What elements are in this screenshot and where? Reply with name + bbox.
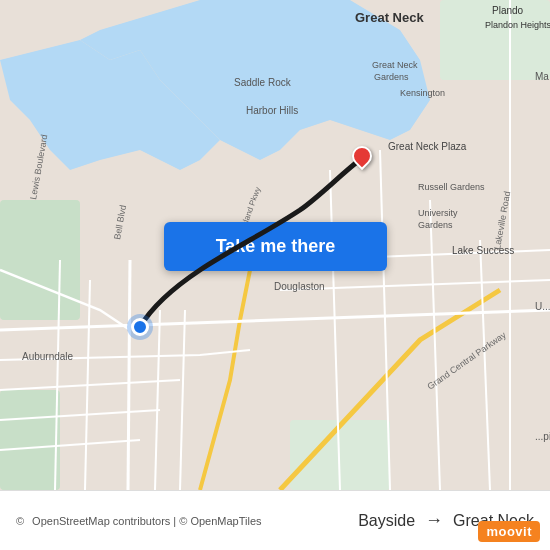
svg-text:Gardens: Gardens xyxy=(374,72,409,82)
origin-label: Bayside xyxy=(358,512,415,530)
svg-text:Ma: Ma xyxy=(535,71,549,82)
map-container: Great Neck Plando Plandon Heights Saddle… xyxy=(0,0,550,490)
svg-text:Harbor Hills: Harbor Hills xyxy=(246,105,298,116)
take-me-there-button[interactable]: Take me there xyxy=(164,222,387,271)
svg-text:U...: U... xyxy=(535,301,550,312)
svg-text:Gardens: Gardens xyxy=(418,220,453,230)
moovit-label: moovit xyxy=(478,521,540,542)
osm-attribution: OpenStreetMap contributors | © OpenMapTi… xyxy=(32,515,261,527)
arrow-icon: → xyxy=(425,510,443,531)
svg-text:...pike: ...pike xyxy=(535,431,550,442)
copyright-symbol: © xyxy=(16,515,24,527)
moovit-logo: moovit xyxy=(478,521,540,542)
svg-text:Great Neck: Great Neck xyxy=(372,60,418,70)
svg-text:Russell Gardens: Russell Gardens xyxy=(418,182,485,192)
bottom-bar: © OpenStreetMap contributors | © OpenMap… xyxy=(0,490,550,550)
svg-text:Great Neck: Great Neck xyxy=(355,10,424,25)
svg-text:University: University xyxy=(418,208,458,218)
destination-pin xyxy=(352,146,372,166)
svg-rect-1 xyxy=(0,200,80,320)
svg-text:Plandon Heights: Plandon Heights xyxy=(485,20,550,30)
attribution-area: © OpenStreetMap contributors | © OpenMap… xyxy=(16,515,262,527)
current-location-dot xyxy=(131,318,149,336)
svg-text:Great Neck Plaza: Great Neck Plaza xyxy=(388,141,467,152)
svg-text:Kensington: Kensington xyxy=(400,88,445,98)
svg-text:Auburndale: Auburndale xyxy=(22,351,74,362)
svg-rect-3 xyxy=(0,390,60,490)
svg-text:Douglaston: Douglaston xyxy=(274,281,325,292)
svg-text:Saddle Rock: Saddle Rock xyxy=(234,77,292,88)
svg-text:Plando: Plando xyxy=(492,5,524,16)
svg-text:Lake Success: Lake Success xyxy=(452,245,514,256)
